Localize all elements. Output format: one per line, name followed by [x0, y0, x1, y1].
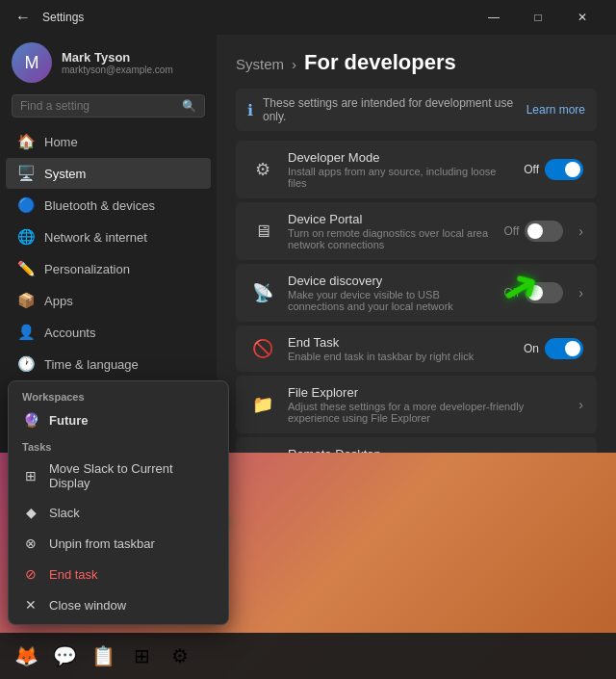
nav-label-apps: Apps	[44, 294, 73, 308]
setting-label-device-portal: Device Portal	[288, 212, 493, 226]
nav-icon-accounts: 👤	[17, 324, 35, 341]
sidebar-item-personalization[interactable]: ✏️ Personalization	[6, 253, 211, 284]
maximize-button[interactable]: □	[516, 3, 560, 32]
nav-icon-time: 🕐	[17, 355, 35, 373]
taskbar-icons: 🦊💬📋⊞⚙	[8, 638, 198, 674]
setting-control-device-portal: Off	[504, 221, 564, 242]
setting-label-developer-mode: Developer Mode	[288, 150, 512, 165]
setting-text-device-portal: Device Portal Turn on remote diagnostics…	[288, 212, 493, 250]
workspace-icon: 🔮	[22, 411, 39, 429]
nav-label-personalization: Personalization	[44, 262, 130, 276]
setting-label-end-task: End Task	[288, 335, 512, 350]
setting-control-developer-mode: Off	[524, 159, 583, 180]
setting-label-remote-desktop: Remote Desktop	[288, 447, 563, 453]
context-icon-slack: ◆	[22, 504, 39, 521]
taskbar-icon-settings[interactable]: ⚙	[162, 638, 198, 674]
sidebar-item-time[interactable]: 🕐 Time & language	[6, 349, 211, 379]
toggle-label-device-portal: Off	[504, 224, 520, 238]
breadcrumb-separator: ›	[292, 56, 296, 72]
toggle-device-portal[interactable]	[525, 221, 563, 242]
toggle-label-end-task: On	[524, 342, 539, 355]
user-section: M Mark Tyson marktyson@example.com	[0, 35, 217, 91]
user-name: Mark Tyson	[62, 50, 173, 65]
page-title: For developers	[304, 50, 456, 75]
context-label-move-slack: Move Slack to Current Display	[49, 461, 215, 490]
info-icon: ℹ	[247, 101, 253, 119]
sidebar-item-bluetooth[interactable]: 🔵 Bluetooth & devices	[6, 190, 211, 221]
title-bar: ← Settings — □ ✕	[0, 0, 616, 35]
sidebar-item-apps[interactable]: 📦 Apps	[6, 285, 211, 316]
nav-label-system: System	[44, 167, 86, 181]
setting-row-file-explorer[interactable]: 📁 File Explorer Adjust these settings fo…	[236, 376, 597, 433]
workspace-name: Future	[49, 413, 88, 428]
setting-desc-device-discovery: Make your device visible to USB connecti…	[288, 289, 493, 312]
user-email: marktyson@example.com	[62, 65, 173, 75]
context-menu: Workspaces 🔮 Future Tasks ⊞ Move Slack t…	[8, 380, 229, 625]
context-items: ⊞ Move Slack to Current Display ◆ Slack …	[9, 455, 228, 620]
nav-icon-system: 🖥️	[17, 165, 35, 182]
close-button[interactable]: ✕	[560, 3, 604, 32]
setting-icon-device-portal: 🖥	[249, 218, 276, 245]
context-label-end-task: End task	[49, 567, 98, 582]
setting-row-remote-desktop[interactable]: 🖥 Remote Desktop Enable Remote Desktop a…	[236, 437, 597, 453]
context-workspace[interactable]: 🔮 Future	[9, 405, 228, 435]
breadcrumb-parent: System	[236, 56, 284, 72]
setting-text-file-explorer: File Explorer Adjust these settings for …	[288, 385, 563, 424]
context-item-end-task[interactable]: ⊘ End task	[9, 559, 228, 589]
toggle-thumb-device-portal	[527, 223, 543, 239]
context-icon-end-task: ⊘	[22, 565, 39, 583]
setting-control-end-task: On	[524, 338, 583, 359]
info-text: These settings are intended for developm…	[263, 96, 517, 123]
taskbar-icon-file-manager[interactable]: 📋	[85, 638, 121, 674]
setting-row-device-portal[interactable]: 🖥 Device Portal Turn on remote diagnosti…	[236, 202, 597, 260]
context-icon-close-window: ✕	[22, 596, 39, 614]
nav-icon-bluetooth: 🔵	[17, 196, 35, 214]
setting-desc-end-task: Enable end task in taskbar by right clic…	[288, 351, 512, 362]
context-label-unpin: Unpin from taskbar	[49, 536, 155, 551]
context-item-unpin[interactable]: ⊗ Unpin from taskbar	[9, 528, 228, 559]
sidebar-item-accounts[interactable]: 👤 Accounts	[6, 317, 211, 348]
workspaces-label: Workspaces	[9, 385, 228, 405]
taskbar-icon-firefox[interactable]: 🦊	[8, 638, 44, 674]
setting-text-device-discovery: Device discovery Make your device visibl…	[288, 274, 493, 312]
setting-text-remote-desktop: Remote Desktop Enable Remote Desktop and…	[288, 447, 563, 453]
user-info: Mark Tyson marktyson@example.com	[62, 50, 173, 75]
back-button[interactable]: ←	[12, 6, 35, 29]
context-item-close-window[interactable]: ✕ Close window	[9, 589, 228, 620]
setting-icon-remote-desktop: 🖥	[249, 447, 276, 453]
context-item-move-slack[interactable]: ⊞ Move Slack to Current Display	[9, 455, 228, 497]
context-label-close-window: Close window	[49, 598, 126, 613]
setting-text-end-task: End Task Enable end task in taskbar by r…	[288, 335, 512, 362]
minimize-button[interactable]: —	[472, 3, 516, 32]
taskbar: 🦊💬📋⊞⚙	[0, 633, 616, 679]
setting-icon-end-task: 🚫	[249, 335, 276, 362]
setting-label-file-explorer: File Explorer	[288, 385, 563, 400]
sidebar-item-home[interactable]: 🏠 Home	[6, 126, 211, 157]
chevron-device-portal: ›	[578, 223, 583, 239]
setting-row-developer-mode[interactable]: ⚙ Developer Mode Install apps from any s…	[236, 141, 597, 198]
nav-icon-apps: 📦	[17, 292, 35, 309]
context-label-slack: Slack	[49, 506, 80, 520]
setting-icon-device-discovery: 📡	[249, 279, 276, 306]
search-input[interactable]	[20, 99, 176, 113]
sidebar-item-network[interactable]: 🌐 Network & internet	[6, 222, 211, 252]
toggle-end-task[interactable]	[545, 338, 583, 359]
tasks-label: Tasks	[9, 435, 228, 455]
page-header: System › For developers	[236, 50, 597, 75]
taskbar-icon-windows[interactable]: ⊞	[123, 638, 160, 674]
toggle-label-developer-mode: Off	[524, 163, 539, 176]
setting-row-end-task[interactable]: 🚫 End Task Enable end task in taskbar by…	[236, 326, 597, 372]
context-icon-unpin: ⊗	[22, 535, 39, 552]
taskbar-icon-skype[interactable]: 💬	[46, 638, 83, 674]
toggle-thumb-developer-mode	[565, 162, 580, 177]
search-box[interactable]: 🔍	[12, 94, 205, 118]
learn-more-link[interactable]: Learn more	[526, 103, 585, 117]
toggle-developer-mode[interactable]	[545, 159, 583, 180]
info-banner: ℹ These settings are intended for develo…	[236, 89, 597, 131]
title-bar-left: ← Settings	[12, 6, 84, 29]
context-item-slack[interactable]: ◆ Slack	[9, 497, 228, 528]
nav-label-accounts: Accounts	[44, 326, 95, 340]
setting-desc-device-portal: Turn on remote diagnostics over local ar…	[288, 227, 493, 250]
sidebar-item-system[interactable]: 🖥️ System	[6, 158, 211, 189]
nav-label-bluetooth: Bluetooth & devices	[44, 198, 155, 213]
